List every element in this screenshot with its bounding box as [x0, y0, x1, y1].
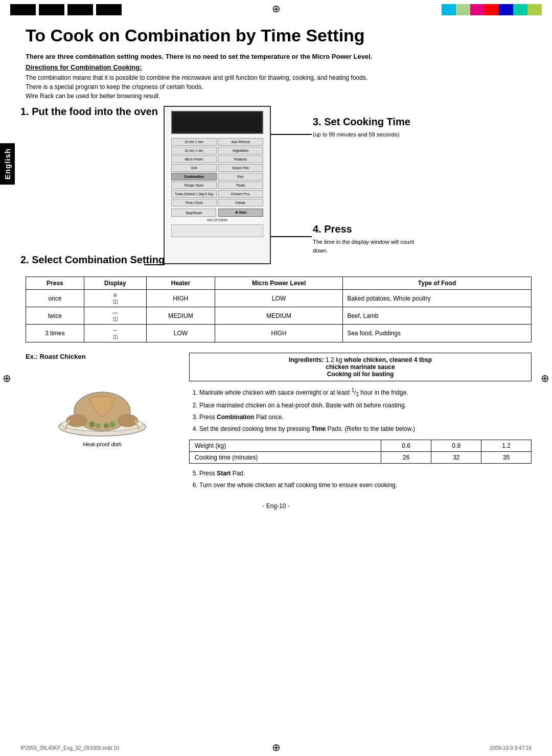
mw-btn-kebab: Kebab [218, 199, 263, 207]
svg-point-9 [104, 423, 109, 428]
mw-btn-auto-reheat: Auto Reheat [218, 138, 263, 146]
mw-btn-sec: 10 sec 1 sec [171, 147, 217, 154]
table-row: once ≡ ◫ HIGH LOW Baked potatoes, Whole … [26, 290, 532, 307]
directions-title: Directions for Combination Cooking: [26, 63, 532, 71]
mw-btn-micro-power: Micro Power [171, 155, 217, 163]
time-35: 35 [481, 451, 532, 463]
step2-arrow-line [144, 264, 165, 265]
language-tab: English [0, 143, 15, 185]
instruction-6: Turn over the whole chicken at half cook… [199, 480, 532, 490]
micro-3times: HIGH [215, 325, 343, 342]
microwave-diagram: 10 min 1 min Auto Reheat 10 sec 1 sec Ve… [164, 106, 271, 264]
micro-once: LOW [215, 290, 343, 307]
recipe-section: Ingredients: 1.2 kg whole chicken, clean… [189, 353, 532, 492]
page-title: To Cook on Combination by Time Setting [26, 26, 532, 45]
weight-12: 1.2 [481, 440, 532, 451]
mw-btn-defrost: Turbo Defrost 1.0kg 0.1kg [171, 190, 217, 198]
step1-heading: 1. Put the food into the oven [20, 106, 158, 118]
footer-bottom-bar: IP2659_39L40KP_Eng_32_091009.indd 10 200… [20, 745, 532, 751]
sauce-label: chicken marinate sauce [326, 363, 395, 371]
time-26: 26 [381, 451, 431, 463]
reg-mark-right: ⊕ [541, 372, 549, 384]
heater-once: HIGH [146, 290, 215, 307]
mw-btn-rice: Rice [218, 173, 263, 180]
diagram-wrapper: 1. Put the food into the oven 10 min 1 m… [20, 106, 532, 280]
step4-subtext: The time in the display window will coun… [313, 238, 415, 255]
footer-date-info: 2009-10-9 9:47:16 [490, 745, 532, 751]
mw-door-handle [171, 224, 263, 237]
oil-label: Cooking oil for basting [327, 371, 394, 378]
time-label: Cooking time (minutes) [190, 451, 381, 463]
press-twice: twice [26, 307, 84, 325]
chicken-illustration [26, 365, 179, 439]
directions-section: Directions for Combination Cooking: The … [26, 63, 532, 101]
mw-btn-pasta: Pasta [218, 181, 263, 189]
weight-row: Weight (kg) 0.6 0.9 1.2 [190, 440, 532, 451]
mw-bottom-buttons: Stop/Reset ⊕ Start [171, 209, 263, 217]
svg-point-8 [96, 423, 101, 428]
mw-btn-recipe-store: Recipe Store [171, 181, 217, 189]
time-row: Cooking time (minutes) 26 32 35 [190, 451, 532, 463]
mw-btn-steam-fish: Steam Fish [218, 164, 263, 172]
food-once: Baked potatoes, Whole poultry [343, 290, 532, 307]
mw-btn-timer-clock: Timer Clock [171, 199, 217, 207]
micro-twice: MEDIUM [215, 307, 343, 325]
mw-btn-chicken-pcs: Chicken Pcs. [218, 190, 263, 198]
weight-table: Weight (kg) 0.6 0.9 1.2 Cooking time (mi… [189, 440, 532, 464]
instruction-5: Press Start Pad. [199, 469, 532, 478]
display-3times: – ◫ [84, 325, 146, 342]
example-section: Ex.: Roast Chicken [26, 353, 179, 492]
example-title: Ex.: Roast Chicken [26, 353, 179, 360]
black-bars [10, 4, 122, 15]
mw-btn-time: 10 min 1 min [171, 138, 217, 146]
mw-model-label: NN-GF560M [207, 218, 227, 222]
svg-point-10 [109, 421, 116, 427]
footer-file-info: IP2659_39L40KP_Eng_32_091009.indd 10 [20, 745, 119, 751]
intro-text: There are three combination setting mode… [26, 53, 532, 60]
mw-btn-combination: Combination [171, 173, 217, 180]
instruction-3: Press Combination Pad once. [199, 413, 532, 422]
display-twice: — ◫ [84, 307, 146, 325]
step4-heading: 4. Press [313, 223, 352, 235]
reg-mark-top: ⊕ [272, 3, 281, 15]
footer-page-label: - Eng-10 - [262, 502, 289, 510]
svg-point-7 [89, 421, 95, 427]
page-footer: - Eng-10 - [20, 502, 532, 510]
display-once: ≡ ◫ [84, 290, 146, 307]
step3-heading: 3. Set Cooking Time [313, 116, 410, 128]
time-32: 32 [431, 451, 481, 463]
instruction-4: Set the desired cooking time by pressing… [199, 424, 532, 434]
mw-btn-stop-reset: Stop/Reset [171, 209, 216, 217]
instruction-2: Place marinated chicken on a heat-proof … [199, 401, 532, 410]
weight-06: 0.6 [381, 440, 431, 451]
mw-display [171, 111, 263, 134]
heater-twice: MEDIUM [146, 307, 215, 325]
mw-button-grid: 10 min 1 min Auto Reheat 10 sec 1 sec Ve… [171, 138, 263, 207]
mw-btn-potatoes: Potatoes [218, 155, 263, 163]
food-twice: Beef, Lamb [343, 307, 532, 325]
instruction-1: Marinate whole chicken with sauce overni… [199, 386, 532, 399]
bottom-section: Ex.: Roast Chicken [26, 353, 532, 492]
table-row: twice — ◫ MEDIUM MEDIUM Beef, Lamb [26, 307, 532, 325]
chicken-label: Heat-proof dish [26, 441, 179, 447]
step3-arrow-line [271, 134, 312, 135]
mw-btn-vegetables: Vegetables [218, 147, 263, 154]
ingredients-label: Ingredients: [289, 356, 324, 363]
heater-3times: LOW [146, 325, 215, 342]
step4-arrow-line [271, 236, 312, 237]
combo-table-section: Press Display Heater Micro Power Level T… [26, 277, 532, 342]
press-3times: 3 times [26, 325, 84, 342]
step3-subtext: (up to 99 minutes and 59 seconds) [313, 131, 425, 138]
table-row: 3 times – ◫ LOW HIGH Sea food, Puddings [26, 325, 532, 342]
weight-09: 0.9 [431, 440, 481, 451]
step2-heading: 2. Select Combination Setting [20, 254, 165, 266]
weight-label: Weight (kg) [190, 440, 381, 451]
mw-btn-grill: Grill [171, 164, 217, 172]
mw-btn-start: ⊕ Start [218, 209, 263, 217]
reg-mark-left: ⊕ [3, 372, 11, 384]
instructions-list: Marinate whole chicken with sauce overni… [189, 386, 532, 434]
press-once: once [26, 290, 84, 307]
food-3times: Sea food, Puddings [343, 325, 532, 342]
chicken-svg [51, 365, 153, 437]
color-bar [442, 4, 542, 15]
